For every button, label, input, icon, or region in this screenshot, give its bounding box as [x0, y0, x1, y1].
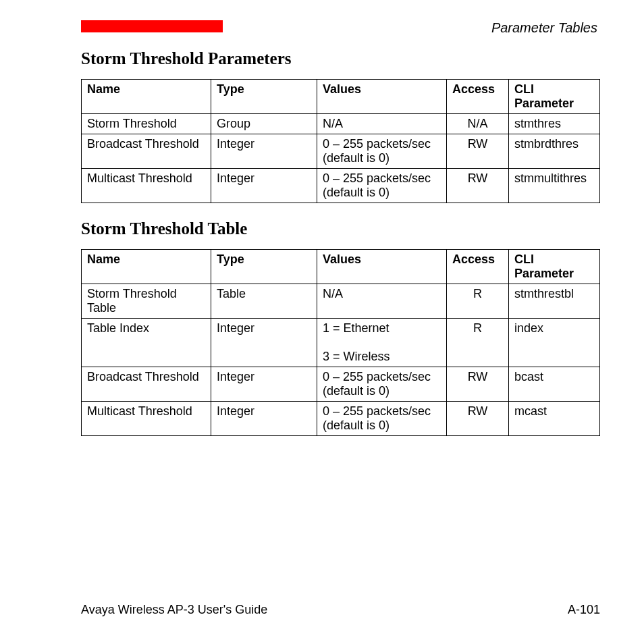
col-header-access: Access [447, 80, 509, 114]
storm-threshold-parameters-table: Name Type Values Access CLI Parameter St… [81, 79, 600, 203]
col-header-type: Type [211, 80, 317, 114]
col-header-access: Access [447, 250, 509, 284]
page-footer: Avaya Wireless AP-3 User's Guide A-101 [81, 603, 600, 617]
col-header-cli: CLI Parameter [509, 80, 600, 114]
cell-access: RW [447, 134, 509, 169]
cell-cli: stmmultithres [509, 169, 600, 203]
cell-name: Multicast Threshold [82, 402, 211, 436]
cell-name: Broadcast Threshold [82, 134, 211, 169]
cell-type: Integer [211, 169, 317, 203]
table-row: Table Index Integer 1 = Ethernet 3 = Wir… [82, 319, 600, 367]
cell-access: R [447, 319, 509, 367]
cell-values: 0 – 255 packets/sec (default is 0) [317, 169, 447, 203]
col-header-name: Name [82, 250, 211, 284]
cell-type: Table [211, 284, 317, 319]
cell-name: Multicast Threshold [82, 169, 211, 203]
table-row: Storm Threshold Group N/A N/A stmthres [82, 114, 600, 134]
footer-guide-name: Avaya Wireless AP-3 User's Guide [81, 603, 267, 617]
header-section-title: Parameter Tables [223, 20, 600, 36]
cell-access: RW [447, 402, 509, 436]
cell-type: Integer [211, 319, 317, 367]
cell-values: N/A [317, 284, 447, 319]
cell-cli: mcast [509, 402, 600, 436]
cell-access: RW [447, 169, 509, 203]
cell-access: RW [447, 367, 509, 402]
cell-access: R [447, 284, 509, 319]
cell-cli: stmthres [509, 114, 600, 134]
table-row: Broadcast Threshold Integer 0 – 255 pack… [82, 134, 600, 169]
table-row: Multicast Threshold Integer 0 – 255 pack… [82, 402, 600, 436]
col-header-name: Name [82, 80, 211, 114]
cell-values: N/A [317, 114, 447, 134]
cell-type: Integer [211, 402, 317, 436]
table-header-row: Name Type Values Access CLI Parameter [82, 250, 600, 284]
table-row: Broadcast Threshold Integer 0 – 255 pack… [82, 367, 600, 402]
cell-values: 0 – 255 packets/sec (default is 0) [317, 134, 447, 169]
storm-threshold-table: Name Type Values Access CLI Parameter St… [81, 249, 600, 436]
cell-type: Integer [211, 367, 317, 402]
section2-heading: Storm Threshold Table [81, 219, 600, 238]
cell-cli: stmthrestbl [509, 284, 600, 319]
cell-values: 0 – 255 packets/sec (default is 0) [317, 402, 447, 436]
table-row: Storm Threshold Table Table N/A R stmthr… [82, 284, 600, 319]
cell-name: Table Index [82, 319, 211, 367]
cell-cli: stmbrdthres [509, 134, 600, 169]
col-header-type: Type [211, 250, 317, 284]
cell-type: Group [211, 114, 317, 134]
cell-values: 1 = Ethernet 3 = Wireless [317, 319, 447, 367]
footer-page-number: A-101 [568, 603, 600, 617]
cell-name: Storm Threshold [82, 114, 211, 134]
cell-cli: bcast [509, 367, 600, 402]
red-accent-bar [81, 20, 223, 32]
col-header-cli: CLI Parameter [509, 250, 600, 284]
cell-access: N/A [447, 114, 509, 134]
page-header: Parameter Tables [81, 20, 600, 36]
col-header-values: Values [317, 250, 447, 284]
table-row: Multicast Threshold Integer 0 – 255 pack… [82, 169, 600, 203]
cell-values: 0 – 255 packets/sec (default is 0) [317, 367, 447, 402]
cell-name: Broadcast Threshold [82, 367, 211, 402]
table-header-row: Name Type Values Access CLI Parameter [82, 80, 600, 114]
cell-type: Integer [211, 134, 317, 169]
col-header-values: Values [317, 80, 447, 114]
cell-name: Storm Threshold Table [82, 284, 211, 319]
section1-heading: Storm Threshold Parameters [81, 49, 600, 68]
cell-cli: index [509, 319, 600, 367]
